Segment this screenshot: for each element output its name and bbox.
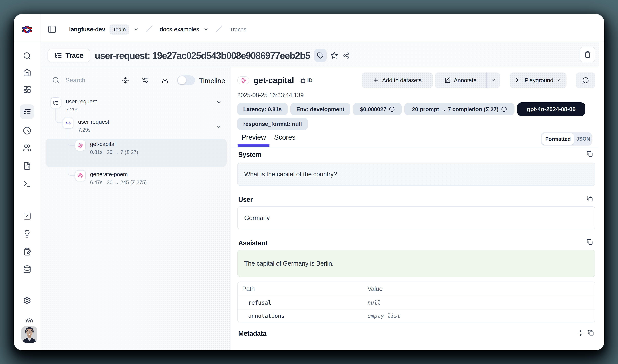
user-message-box: Germany xyxy=(237,207,595,229)
share-icon[interactable] xyxy=(340,50,352,62)
unfold-icon[interactable] xyxy=(578,330,584,336)
annotate-dropdown-button[interactable] xyxy=(487,72,500,88)
project-chevron-down-icon[interactable] xyxy=(203,27,209,32)
avatar[interactable] xyxy=(21,326,37,343)
format-segmented-control: Formatted JSON xyxy=(541,132,592,146)
tree-search-icon[interactable] xyxy=(52,77,60,84)
star-icon[interactable] xyxy=(328,50,340,62)
insights-icon[interactable] xyxy=(23,230,31,238)
copy-icon[interactable] xyxy=(588,330,594,336)
badge-row-1: Latency: 0.81s Env: development $0.00002… xyxy=(237,102,585,116)
tracing-icon-active[interactable] xyxy=(20,104,34,119)
datasets-icon[interactable] xyxy=(23,265,31,273)
delete-trace-button[interactable] xyxy=(580,47,595,62)
support-icon[interactable] xyxy=(26,318,33,323)
add-to-datasets-button[interactable]: Add to datasets xyxy=(362,72,433,88)
logo-cell xyxy=(14,14,40,42)
tag-icon[interactable] xyxy=(314,49,327,62)
system-message-text: What is the capital of the country? xyxy=(244,171,337,178)
info-icon xyxy=(389,106,395,112)
section-heading-system: System xyxy=(238,151,261,158)
format-json-option[interactable]: JSON xyxy=(574,136,591,142)
assistant-message-text: The capital of Germany is Berlin. xyxy=(244,260,334,267)
table-row: annotations empty list xyxy=(238,309,595,322)
node-title[interactable]: get-capital xyxy=(90,141,116,147)
tree-search-input[interactable]: Search xyxy=(65,77,85,84)
node-title[interactable]: user-request xyxy=(78,118,109,125)
copy-id-button[interactable]: ID xyxy=(299,77,312,83)
table-cell-path: refusal xyxy=(238,299,367,306)
comment-icon xyxy=(582,77,589,84)
main-column: langfuse-dev Team docs-examples Traces T… xyxy=(41,14,604,350)
breadcrumb-project[interactable]: docs-examples xyxy=(160,26,199,33)
env-badge: Env: development xyxy=(290,103,350,115)
fold-icon[interactable] xyxy=(122,77,129,84)
chevron-down-icon xyxy=(556,78,561,83)
filter-icon[interactable] xyxy=(142,77,149,84)
node-title[interactable]: user-request xyxy=(66,98,97,105)
annotate-button[interactable]: Annotate xyxy=(435,72,486,88)
chevron-down-icon[interactable] xyxy=(216,99,222,105)
node-duration: 7.29s xyxy=(66,106,78,113)
playground-button[interactable]: Playground xyxy=(510,72,566,88)
observation-title: get-capital xyxy=(254,76,294,85)
org-chevron-down-icon[interactable] xyxy=(134,27,139,32)
table-row: refusal null xyxy=(238,296,595,309)
copy-icon[interactable] xyxy=(587,195,593,201)
chevron-down-icon xyxy=(491,78,496,83)
home-icon[interactable] xyxy=(23,68,31,77)
section-heading-assistant: Assistant xyxy=(238,239,268,247)
trace-title-bar: Trace user-request: 19e27ac025d543b008e9… xyxy=(41,42,599,67)
table-header-row: Path Value xyxy=(238,282,595,296)
evaluation-icon[interactable] xyxy=(23,212,31,220)
download-icon[interactable] xyxy=(161,77,168,84)
copy-icon xyxy=(299,78,305,83)
trace-tree-icon xyxy=(51,97,61,108)
sessions-icon[interactable] xyxy=(23,127,31,135)
table-cell-value: empty list xyxy=(367,313,400,319)
model-badge[interactable]: gpt-4o-2024-08-06 xyxy=(517,102,585,116)
terminal-icon xyxy=(515,78,521,83)
breadcrumb-organization[interactable]: langfuse-dev xyxy=(69,26,105,33)
playground-nav-icon[interactable] xyxy=(23,180,31,188)
section-heading-metadata: Metadata xyxy=(238,330,266,337)
active-tab-indicator xyxy=(238,144,270,147)
trace-type-label: Trace xyxy=(65,52,83,60)
prompts-icon[interactable] xyxy=(23,162,31,170)
tab-scores[interactable]: Scores xyxy=(274,133,295,141)
generation-icon xyxy=(75,140,86,151)
user-message-text: Germany xyxy=(244,214,270,221)
org-plan-badge: Team xyxy=(109,25,129,35)
column-header-value: Value xyxy=(367,285,383,292)
cost-badge[interactable]: $0.000027 xyxy=(353,103,402,115)
top-bar: langfuse-dev Team docs-examples Traces xyxy=(41,14,604,42)
dashboard-icon[interactable] xyxy=(23,85,31,94)
latency-badge: Latency: 0.81s xyxy=(237,103,288,115)
timeline-toggle[interactable] xyxy=(177,76,195,85)
comment-button[interactable] xyxy=(576,72,595,88)
breadcrumb-separator xyxy=(146,25,153,34)
column-header-path: Path xyxy=(238,285,367,292)
annotation-icon[interactable] xyxy=(23,247,31,256)
users-icon[interactable] xyxy=(23,144,31,152)
system-message-box: What is the capital of the country? xyxy=(237,163,595,186)
breadcrumb: langfuse-dev Team docs-examples Traces xyxy=(69,25,246,35)
generation-icon xyxy=(237,76,249,84)
panel-left-icon[interactable] xyxy=(48,25,56,34)
search-icon[interactable] xyxy=(23,52,31,60)
trace-title: user-request: 19e27ac025d543b008e9086977… xyxy=(95,50,310,61)
chevron-down-icon[interactable] xyxy=(216,124,222,130)
format-formatted-option[interactable]: Formatted xyxy=(542,133,574,145)
copy-icon[interactable] xyxy=(587,239,593,245)
settings-icon[interactable] xyxy=(23,296,31,305)
tokens-badge[interactable]: 20 prompt → 7 completion (Σ 27) xyxy=(404,103,515,115)
breadcrumb-page[interactable]: Traces xyxy=(230,26,246,33)
langfuse-logo[interactable] xyxy=(22,26,32,35)
node-title[interactable]: generate-poem xyxy=(90,171,128,178)
tree-connector xyxy=(55,108,63,123)
tab-preview[interactable]: Preview xyxy=(242,133,266,141)
copy-icon[interactable] xyxy=(587,151,593,157)
assistant-message-box: The capital of Germany is Berlin. xyxy=(237,250,595,277)
node-metrics: 0.81s20 → 7 (Σ 27) xyxy=(90,149,138,156)
response-format-badge: response_format: null xyxy=(237,118,308,130)
